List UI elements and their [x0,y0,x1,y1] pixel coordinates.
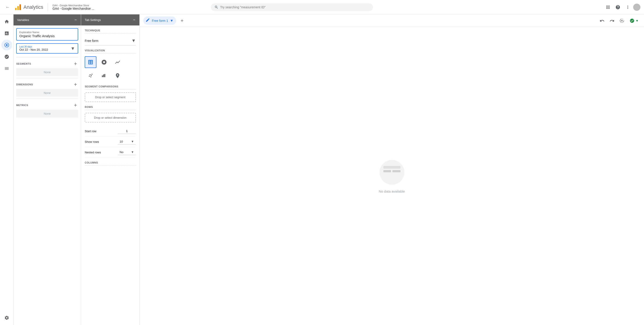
help-icon [616,5,620,10]
technique-dropdown[interactable]: Free form ▼ [85,36,136,46]
show-rows-value: 10 [120,140,123,143]
columns-label: COLUMNS [85,161,136,166]
svg-rect-12 [384,170,391,172]
search-input[interactable] [220,6,370,9]
start-row-input[interactable] [118,128,136,134]
plus-icon [73,82,78,87]
drop-dimension-box[interactable]: Drop or select dimension [85,113,136,122]
reports-icon [4,31,9,36]
grid-icon [606,5,610,10]
viz-table-button[interactable] [85,56,96,68]
svg-rect-1 [17,6,19,10]
sidebar-item-reports[interactable] [1,28,12,39]
undo-button[interactable] [598,17,606,25]
active-tab[interactable]: Free form 1 ▼ [143,16,176,25]
add-metric-button[interactable] [73,102,78,108]
visualization-grid [85,56,136,82]
start-row-label: Start row [85,130,96,133]
advertising-icon [4,54,9,59]
home-icon [4,19,9,24]
technique-value: Free form [85,39,98,42]
viz-bar-button[interactable] [98,70,110,82]
tab-settings-title: Tab Settings [85,18,101,22]
show-rows-label: Show rows [85,140,99,144]
svg-rect-11 [384,166,400,169]
segment-comparisons-section: SEGMENT COMPARISONS Drop or select segme… [85,85,136,102]
svg-point-7 [91,75,92,76]
date-range-box[interactable]: Last 30 days Oct 22 - Nov 20, 2022 ▼ [16,43,78,54]
svg-point-9 [90,76,91,77]
tab-settings-panel-header: Tab Settings − [81,14,140,26]
search-icon [214,5,218,9]
line-chart-icon [115,59,120,65]
exploration-name-box[interactable]: Exploration Name: Organic Traffic Analys… [16,28,78,40]
add-tab-button[interactable]: + [178,17,186,25]
drop-segment-box[interactable]: Drop or select segment [85,92,136,102]
table-icon [88,59,94,65]
settings-icon [4,315,9,320]
left-sidebar [0,14,14,325]
plus-icon [73,103,78,108]
avatar[interactable] [633,4,640,11]
svg-point-5 [89,76,90,76]
nested-rows-dropdown[interactable]: No ▼ [118,149,136,155]
help-button[interactable] [613,3,622,12]
separator2 [16,78,78,78]
variables-panel-header: Variables − [14,14,81,26]
sidebar-item-home[interactable] [1,16,12,27]
tab-chevron-icon: ▼ [170,19,174,23]
chart-area: No data available [140,27,644,325]
sidebar-item-configure[interactable] [1,63,12,74]
show-rows-setting: Show rows 10 ▼ [85,136,136,147]
more-vert-icon [625,5,630,10]
viz-scatter-button[interactable] [85,70,96,82]
redo-button[interactable] [608,17,616,25]
tab-edit-icon [146,18,150,24]
grid-button[interactable] [604,3,612,12]
show-rows-dropdown[interactable]: 10 ▼ [118,139,136,144]
dimensions-title: DIMENSIONS [16,83,33,86]
viz-line-button[interactable] [112,56,124,68]
nav-actions [604,3,640,12]
settings-button[interactable] [1,312,12,323]
variables-title: Variables [17,18,29,22]
search-bar[interactable] [211,4,373,11]
svg-rect-2 [19,4,21,10]
viz-donut-button[interactable] [98,56,110,68]
tab-bar: Free form 1 ▼ + [140,14,644,27]
app-name: Analytics [24,4,43,10]
svg-rect-13 [392,170,400,172]
explore-icon [4,42,9,48]
tab-name: Free form 1 [152,19,168,22]
sidebar-item-explore[interactable] [1,40,12,50]
scatter-icon [88,73,94,78]
tab-settings-panel: Tab Settings − TECHNIQUE Free form ▼ VIS… [81,14,140,325]
dimensions-header: DIMENSIONS [16,82,78,87]
more-options-button[interactable] [623,3,632,12]
metrics-header: METRICS [16,102,78,108]
technique-chevron-icon: ▼ [131,38,136,43]
variables-minimize-button[interactable]: − [74,17,77,23]
save-button[interactable]: ▼ [628,17,640,24]
date-range-chevron-icon: ▼ [70,46,75,51]
viz-map-button[interactable] [112,70,124,82]
variables-panel-content: Exploration Name: Organic Traffic Analys… [14,26,81,325]
svg-point-10 [380,160,404,185]
date-range-value: Oct 22 - Nov 20, 2022 [19,48,48,51]
property-title: GA4 - Google Merchandise ... [52,7,94,10]
sidebar-item-advertising[interactable] [1,51,12,62]
no-data-text: No data available [379,190,405,193]
add-segment-button[interactable] [73,61,78,66]
tab-settings-content: TECHNIQUE Free form ▼ VISUALIZATION [81,26,140,325]
start-row-setting: Start row [85,126,136,136]
redo-icon [610,18,614,23]
add-dimension-button[interactable] [73,82,78,87]
variables-panel: Variables − Exploration Name: Organic Tr… [14,14,81,325]
share-button[interactable] [618,17,626,25]
check-circle-icon [630,18,634,23]
tab-settings-minimize-button[interactable]: − [132,17,136,23]
back-button[interactable]: ← [4,3,12,12]
top-nav: ← Analytics GA4 - Google Merchandise Sto… [0,0,644,14]
exploration-name-value: Organic Traffic Analysis [19,34,75,38]
exploration-name-label: Exploration Name: [19,31,75,34]
